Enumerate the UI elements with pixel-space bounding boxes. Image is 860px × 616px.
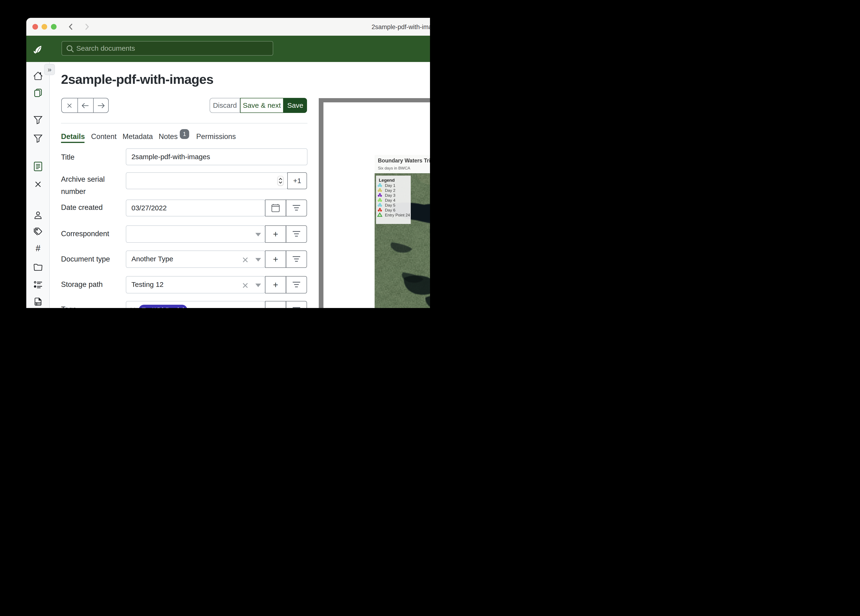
- svg-text:Day 6: Day 6: [385, 208, 395, 212]
- svg-text:Legend: Legend: [379, 178, 395, 183]
- svg-text:Six days in BWCA: Six days in BWCA: [378, 166, 411, 170]
- svg-text:Day 5: Day 5: [385, 203, 395, 207]
- svg-text:Boundary Waters Trip: Boundary Waters Trip: [378, 157, 430, 163]
- svg-text:Entry Point 24: Entry Point 24: [385, 213, 410, 217]
- svg-text:Day 3: Day 3: [385, 193, 395, 198]
- svg-text:Day 4: Day 4: [385, 198, 395, 203]
- svg-text:Day 1: Day 1: [385, 183, 395, 188]
- svg-text:Day 2: Day 2: [385, 188, 395, 193]
